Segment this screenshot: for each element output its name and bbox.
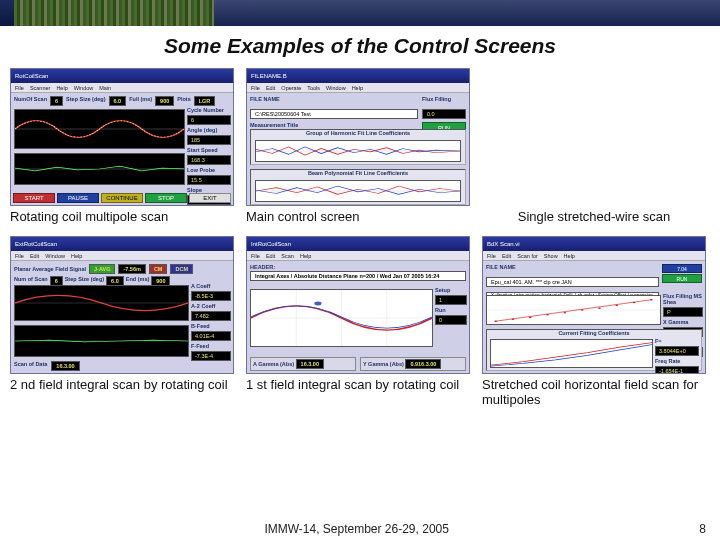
- caption-r2c3: Stretched coil horizontal field scan for…: [482, 378, 706, 406]
- label: X Gamma: [663, 319, 703, 325]
- harmonic-chart-strip: Group of Harmonic Fit Line Coefficients: [250, 129, 466, 165]
- start-button[interactable]: START: [13, 193, 55, 203]
- plot-field-signal: [14, 285, 189, 321]
- side-values: Cycle Number6 Angle (deg)185 Start Speed…: [187, 107, 231, 205]
- menu-item[interactable]: Window: [74, 85, 94, 91]
- menu-item[interactable]: Help: [352, 85, 363, 91]
- filename-field[interactable]: Epu_cal 401. AM. *** clp cre JAN: [486, 277, 659, 287]
- value: 1: [435, 295, 467, 305]
- label: Start Speed: [187, 147, 231, 153]
- titlebar: FILENAME.B: [247, 69, 469, 83]
- menu-item[interactable]: File: [15, 85, 24, 91]
- menu-item[interactable]: Operate: [281, 85, 301, 91]
- chart-title: Current Fitting Coefficients: [487, 330, 701, 336]
- menu-item[interactable]: File: [251, 253, 260, 259]
- value: -1.654E-1: [655, 366, 699, 374]
- side-values: A Coeff-8.5E-3 A-2 Coeff7.482 B-Feed4.01…: [191, 283, 231, 361]
- value: 185: [187, 135, 231, 145]
- menu-item[interactable]: Main: [99, 85, 111, 91]
- plot-poly: [255, 180, 461, 202]
- menu-item[interactable]: Window: [326, 85, 346, 91]
- label: Angle (deg): [187, 127, 231, 133]
- pause-button[interactable]: PAUSE: [57, 193, 99, 203]
- chart-title: Beam Polynomial Fit Line Coefficients: [251, 170, 465, 176]
- menu-item[interactable]: Edit: [266, 253, 275, 259]
- value: 168.3: [187, 155, 231, 165]
- plot-residual: [14, 153, 185, 185]
- svg-point-18: [598, 307, 601, 308]
- panel-grid: RotCoilScan File Scanner Help Window Mai…: [0, 68, 720, 406]
- menu-item[interactable]: Scan for: [517, 253, 537, 259]
- label: A Coeff: [191, 283, 231, 289]
- menu-item[interactable]: File: [487, 253, 496, 259]
- spacer: [482, 68, 706, 206]
- menu-item[interactable]: Tools: [307, 85, 320, 91]
- value[interactable]: LGR: [194, 96, 216, 106]
- run-button[interactable]: RUN: [662, 274, 702, 283]
- value[interactable]: 6.0: [109, 96, 127, 106]
- stop-button[interactable]: STOP: [145, 193, 187, 203]
- chip: CM: [149, 264, 168, 274]
- value[interactable]: 6: [50, 96, 63, 106]
- menu-item[interactable]: Help: [56, 85, 67, 91]
- menubar: File Edit Operate Tools Window Help: [247, 83, 469, 93]
- mode-button[interactable]: 7.04: [662, 264, 702, 273]
- caption-r2c2: 1 st field integral scan by rotating coi…: [246, 378, 470, 406]
- menu-item[interactable]: Scan: [281, 253, 294, 259]
- menu-item[interactable]: File: [15, 253, 24, 259]
- value: 15.5: [187, 175, 231, 185]
- value: 6: [187, 115, 231, 125]
- menu-item[interactable]: Window: [45, 253, 65, 259]
- value[interactable]: 900: [155, 96, 174, 106]
- label: B-Feed: [191, 323, 231, 329]
- label: FILE NAME: [486, 264, 659, 270]
- panel-bdx-scan: BdX Scan.vi File Edit Scan for Show Help…: [482, 236, 706, 374]
- panel-1st-integral: IntRotCoilScan File Edit Scan Help HEADE…: [246, 236, 470, 374]
- value: 16.3.00: [296, 359, 324, 369]
- menu-item[interactable]: Edit: [266, 85, 275, 91]
- label: Freq Rate: [655, 358, 699, 364]
- svg-point-16: [563, 312, 566, 313]
- menu-item[interactable]: Show: [544, 253, 558, 259]
- value: 0: [435, 315, 467, 325]
- menu-item[interactable]: Scanner: [30, 85, 51, 91]
- menubar: File Scanner Help Window Main: [11, 83, 233, 93]
- window-title: ExtRotCoilScan: [15, 241, 57, 247]
- label: Y Gamma (Abs): [363, 361, 404, 367]
- continue-button[interactable]: CONTINUE: [101, 193, 143, 203]
- header-row: Planar Average Field Signal J-AVG -7.56m…: [14, 264, 230, 274]
- value: 0.916.3.00: [405, 359, 441, 369]
- menu-item[interactable]: Help: [300, 253, 311, 259]
- window-title: FILENAME.B: [251, 73, 287, 79]
- chip: J-AVG: [89, 264, 115, 274]
- panel-main-control: FILENAME.B File Edit Operate Tools Windo…: [246, 68, 470, 206]
- filename-field[interactable]: C:\RES\20050604 Test: [250, 109, 418, 119]
- label: Low Probe: [187, 167, 231, 173]
- value: -7.56m: [118, 264, 145, 274]
- label: F-Feed: [191, 343, 231, 349]
- caption-r1c2: Main control screen: [246, 210, 470, 232]
- slide-footer: IMMW-14, September 26-29, 2005 8: [0, 522, 720, 536]
- header-text: Integral Axes / Absolute Distance Plane …: [250, 271, 466, 281]
- value[interactable]: 0.0: [422, 109, 466, 119]
- label: Planar Average Field Signal: [14, 266, 86, 272]
- menu-item[interactable]: Edit: [502, 253, 511, 259]
- label: Scan of Data: [14, 361, 47, 371]
- menubar: File Edit Scan for Show Help: [483, 251, 705, 261]
- label: Run: [435, 307, 467, 313]
- menu-item[interactable]: Help: [564, 253, 575, 259]
- value: 16.3.00: [51, 361, 79, 371]
- fitcoef-strip: Current Fitting Coefficients F=3.8044E+0…: [486, 329, 702, 371]
- exit-button[interactable]: EXIT: [189, 193, 231, 203]
- label: FILE NAME: [250, 96, 418, 102]
- title-decor-bar: [0, 0, 720, 26]
- menu-item[interactable]: Edit: [30, 253, 39, 259]
- menubar: File Edit Window Help: [11, 251, 233, 261]
- label: A-2 Coeff: [191, 303, 231, 309]
- value: 3.8044E+0: [655, 346, 699, 356]
- footer-center: IMMW-14, September 26-29, 2005: [264, 522, 449, 536]
- menu-item[interactable]: File: [251, 85, 260, 91]
- label: Step Size (deg): [66, 96, 105, 106]
- window-title: RotCoilScan: [15, 73, 48, 79]
- menu-item[interactable]: Help: [71, 253, 82, 259]
